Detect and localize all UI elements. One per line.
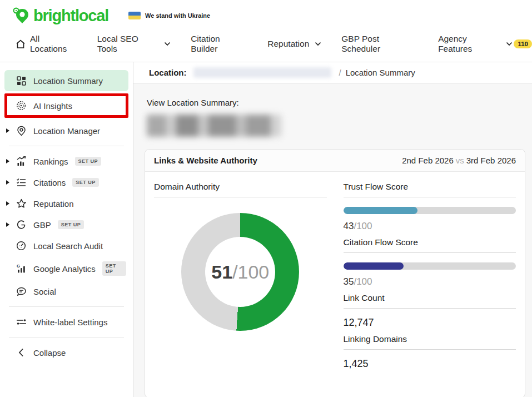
linking-domains-label: Linking Domains [344, 334, 516, 350]
setup-badge: SET UP [72, 178, 99, 187]
link-count-label: Link Count [344, 293, 516, 309]
comparison-dates: 2nd Feb 2026vs3rd Feb 2026 [402, 156, 516, 165]
gauge-icon [16, 240, 27, 251]
setup-badge: SET UP [58, 220, 84, 229]
breadcrumb-separator: / [339, 68, 341, 77]
expand-caret-icon[interactable] [6, 201, 9, 206]
sidebar-item-location-manager[interactable]: Location Manager [0, 120, 133, 141]
citation-flow-bar [344, 262, 516, 270]
sidebar-item-white-label-settings[interactable]: White-label Settings [0, 311, 133, 333]
breadcrumb: Location: / Location Summary [133, 62, 532, 83]
breadcrumb-page: Location Summary [346, 68, 415, 77]
date-compare: 3rd Feb 2026 [466, 156, 516, 165]
primary-nav: All Locations Local SEO Tools Citation B… [0, 27, 532, 62]
brightlocal-logo[interactable]: brightlocal [11, 6, 108, 26]
citation-flow-block: Citation Flow Score 35/100 [344, 237, 516, 287]
grid-icon [16, 75, 27, 86]
expand-caret-icon[interactable] [6, 128, 9, 133]
linking-domains-value: 1,425 [344, 358, 516, 370]
sidebar-item-social[interactable]: Social [0, 281, 133, 302]
citation-flow-label: Citation Flow Score [344, 237, 516, 253]
chevron-down-icon [164, 42, 171, 46]
trust-flow-bar [344, 207, 516, 214]
nav-local-seo-tools[interactable]: Local SEO Tools [97, 34, 171, 54]
vs-label: vs [454, 156, 466, 165]
sidebar-item-citations[interactable]: Citations SET UP [0, 172, 133, 193]
sidebar-item-google-analytics[interactable]: G Google Analytics SET UP [0, 256, 133, 281]
sidebar-item-reputation[interactable]: Reputation [0, 193, 133, 214]
ukraine-flag-icon [128, 12, 141, 19]
main-panel: Location: / Location Summary View Locati… [133, 62, 532, 397]
star-icon [16, 198, 27, 209]
sidebar-item-gbp[interactable]: GBP SET UP [0, 214, 133, 235]
nav-citation-builder[interactable]: Citation Builder [191, 34, 247, 54]
redacted-location-name [193, 67, 331, 78]
redacted-location-selector[interactable] [147, 115, 281, 137]
sidebar-divider [9, 306, 124, 307]
trust-flow-block: Trust Flow Score 43/100 [344, 182, 516, 232]
donut-score: 51/100 [181, 213, 299, 331]
ukraine-label: We stand with Ukraine [145, 12, 210, 19]
card-title: Links & Website Authority [154, 156, 257, 165]
location-label: Location: [149, 68, 187, 77]
google-analytics-icon: G [16, 263, 27, 274]
sidebar-item-ai-insights[interactable]: AI Insights [7, 96, 126, 115]
link-metrics-section: Trust Flow Score 43/100 Citation Flow Sc… [344, 182, 516, 375]
brightlocal-pin-icon [11, 6, 31, 26]
agency-features-count-badge: 110 [514, 39, 532, 48]
links-website-authority-card: Links & Website Authority 2nd Feb 2026vs… [145, 149, 525, 397]
top-header: brightlocal We stand with Ukraine All Lo… [0, 0, 532, 62]
chevron-left-icon [16, 347, 27, 358]
map-pin-icon [16, 125, 27, 136]
expand-caret-icon[interactable] [6, 159, 9, 163]
rankings-chart-icon [16, 156, 27, 167]
chevron-down-icon [315, 42, 321, 46]
sidebar-divider [9, 146, 124, 146]
svg-text:G: G [17, 264, 20, 269]
checklist-icon [16, 177, 27, 188]
setup-badge: SET UP [102, 261, 126, 276]
sidebar-item-local-search-audit[interactable]: Local Search Audit [0, 235, 133, 256]
link-count-block: Link Count 12,747 [344, 293, 516, 329]
nav-reputation[interactable]: Reputation [267, 39, 321, 49]
sidebar-item-location-summary[interactable]: Location Summary [4, 70, 128, 91]
linking-domains-block: Linking Domains 1,425 [344, 334, 516, 370]
view-location-summary-label: View Location Summary: [147, 98, 525, 107]
nav-gbp-post-scheduler[interactable]: GBP Post Scheduler [341, 34, 418, 54]
speech-bubble-icon [16, 286, 27, 297]
domain-authority-label: Domain Authority [154, 182, 327, 197]
google-g-icon [16, 219, 27, 230]
sidebar-collapse-button[interactable]: Collapse [0, 342, 133, 363]
nav-agency-features[interactable]: Agency Features 110 [438, 34, 532, 54]
red-annotation-box: AI Insights [4, 93, 128, 118]
nav-all-locations[interactable]: All Locations [16, 34, 77, 54]
home-icon [16, 39, 26, 49]
citation-flow-score: 35/100 [344, 276, 516, 287]
sidebar-item-rankings[interactable]: Rankings SET UP [0, 151, 133, 172]
domain-authority-section: Domain Authority 51/100 [154, 182, 327, 375]
trust-flow-label: Trust Flow Score [344, 182, 516, 197]
sidebar: Location Summary AI Insights [0, 62, 133, 397]
sliders-icon [16, 316, 27, 327]
sidebar-divider [9, 337, 124, 338]
logo-wordmark: brightlocal [33, 7, 108, 25]
expand-caret-icon[interactable] [6, 222, 9, 227]
chevron-down-icon [506, 42, 513, 46]
ai-brain-icon [16, 100, 27, 111]
trust-flow-score: 43/100 [344, 221, 516, 232]
ukraine-banner: We stand with Ukraine [128, 12, 210, 19]
date-current: 2nd Feb 2026 [402, 156, 454, 165]
setup-badge: SET UP [75, 157, 102, 166]
expand-caret-icon[interactable] [6, 180, 9, 185]
domain-authority-donut-chart: 51/100 [181, 213, 299, 331]
link-count-value: 12,747 [344, 317, 516, 329]
